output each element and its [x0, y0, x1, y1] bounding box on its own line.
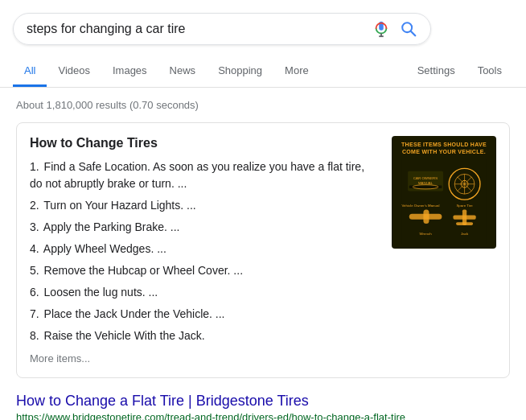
featured-list: 1. Find a Safe Location. As soon as you …: [30, 159, 379, 344]
svg-line-4: [411, 31, 416, 36]
svg-text:Wrench: Wrench: [420, 232, 433, 236]
image-overlay-title: THESE ITEMS SHOULD HAVE COME WITH YOUR V…: [397, 141, 491, 155]
search-box: [13, 13, 431, 45]
svg-text:Spare Tire: Spare Tire: [456, 204, 473, 208]
tab-news[interactable]: News: [158, 56, 208, 87]
svg-text:Jack: Jack: [461, 232, 469, 236]
search-bar-row: [13, 13, 513, 45]
svg-text:Vehicle Owner's Manual: Vehicle Owner's Manual: [401, 204, 439, 208]
tab-settings[interactable]: Settings: [406, 56, 466, 87]
more-items-link[interactable]: More items...: [30, 352, 379, 364]
list-item: 1. Find a Safe Location. As soon as you …: [30, 159, 379, 192]
results-count: About 1,810,000 results (0.70 seconds): [16, 94, 510, 111]
list-item: 2. Turn on Your Hazard Lights. ...: [30, 197, 379, 214]
tab-all[interactable]: All: [13, 56, 47, 87]
results-area: About 1,810,000 results (0.70 seconds) H…: [0, 88, 526, 420]
tab-more[interactable]: More: [273, 56, 320, 87]
svg-text:MANUAL: MANUAL: [418, 181, 434, 185]
list-item: 7. Place the Jack Under the Vehicle. ...: [30, 306, 379, 323]
list-item: 3. Apply the Parking Brake. ...: [30, 219, 379, 236]
car-manual-illustration: CAR OWNERS MANUAL Vehicle Owner's Manual…: [397, 159, 491, 244]
nav-tabs: All Videos Images News Shopping More Set…: [13, 53, 513, 87]
svg-rect-21: [423, 210, 429, 224]
list-item: 5. Remove the Hubcap or Wheel Cover. ...: [30, 262, 379, 279]
svg-text:CAR OWNERS: CAR OWNERS: [413, 176, 438, 180]
search-result: How to Change a Flat Tire | Bridgestone …: [16, 393, 510, 420]
result-title-link[interactable]: How to Change a Flat Tire | Bridgestone …: [16, 393, 510, 410]
featured-image: THESE ITEMS SHOULD HAVE COME WITH YOUR V…: [392, 136, 496, 249]
svg-rect-24: [456, 223, 473, 226]
microphone-icon[interactable]: [372, 20, 390, 38]
header: All Videos Images News Shopping More Set…: [0, 0, 526, 88]
featured-snippet-card: How to Change Tires 1. Find a Safe Locat…: [16, 122, 510, 378]
search-input[interactable]: [27, 22, 372, 36]
list-item: 6. Loosen the lug nuts. ...: [30, 284, 379, 301]
featured-title: How to Change Tires: [30, 136, 379, 150]
tab-images[interactable]: Images: [101, 56, 158, 87]
result-url: https://www.bridgestonetire.com/tread-an…: [16, 411, 510, 420]
tab-tools[interactable]: Tools: [466, 56, 513, 87]
list-item: 4. Apply Wheel Wedges. ...: [30, 241, 379, 257]
tab-videos[interactable]: Videos: [47, 56, 101, 87]
search-icon[interactable]: [400, 20, 417, 38]
featured-snippet-content: How to Change Tires 1. Find a Safe Locat…: [30, 136, 379, 364]
list-item: 8. Raise the Vehicle With the Jack.: [30, 327, 379, 344]
search-icons: [372, 20, 417, 38]
tab-shopping[interactable]: Shopping: [207, 56, 273, 87]
